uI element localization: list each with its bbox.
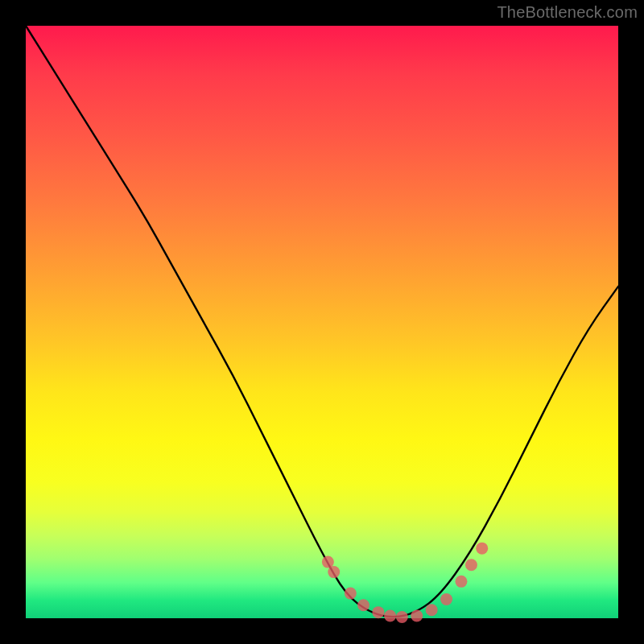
optimal-dot [476,543,488,555]
chart-frame: TheBottleneck.com [0,0,644,644]
bottleneck-curve [26,26,618,617]
watermark-text: TheBottleneck.com [497,3,638,22]
optimal-dot [372,606,384,618]
bottleneck-curve-svg [26,26,618,618]
optimal-dot [455,576,467,588]
optimal-dot [411,610,423,622]
optimal-dot [440,593,452,605]
plot-area [26,26,618,618]
optimal-dot [465,559,477,571]
optimal-dot [357,599,369,611]
optimal-dot [396,611,408,623]
optimal-dot [384,610,396,622]
optimal-dot [322,556,334,568]
optimal-dot [345,588,357,600]
optimal-range-dots [322,543,488,623]
optimal-dot [328,566,340,578]
optimal-dot [426,604,438,616]
